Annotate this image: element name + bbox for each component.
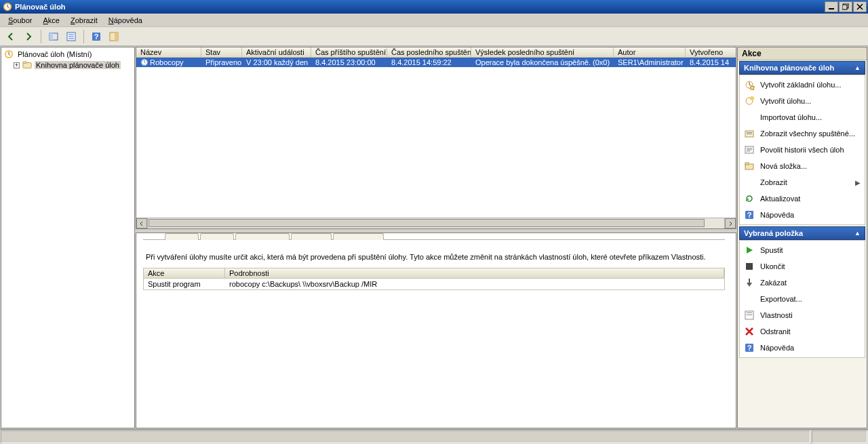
svg-rect-20 — [747, 132, 752, 133]
import-icon — [744, 112, 755, 123]
action-run[interactable]: Spustit — [740, 242, 865, 258]
col-details[interactable]: Podrobnosti — [225, 268, 724, 278]
action-refresh[interactable]: Aktualizovat — [740, 190, 865, 207]
action-help-selected[interactable]: ? Nápověda — [740, 340, 865, 356]
col-created[interactable]: Vytvořeno — [686, 47, 736, 57]
help-icon: ? — [744, 342, 755, 353]
cell-triggers: V 23:00 každý den — [242, 58, 311, 67]
refresh-icon — [744, 193, 755, 204]
cell-next-run: 8.4.2015 23:00:00 — [311, 58, 387, 67]
detail-pane: Při vytváření úlohy musíte určit akci, k… — [136, 233, 736, 428]
tab-stub[interactable] — [291, 233, 332, 240]
col-state[interactable]: Stav — [201, 47, 242, 57]
menu-file[interactable]: Soubor — [3, 15, 37, 26]
action-show-running[interactable]: Zobrazit všechny spuštěné... — [740, 125, 865, 142]
svg-rect-16 — [750, 86, 754, 90]
stop-icon — [744, 261, 755, 272]
col-next-run[interactable]: Čas příštího spuštění — [311, 47, 387, 57]
action-new-folder[interactable]: Nová složka... — [740, 158, 865, 174]
svg-rect-24 — [745, 163, 749, 165]
col-last-run[interactable]: Čas posledního spuštění — [387, 47, 471, 57]
col-triggers[interactable]: Aktivační události — [242, 47, 311, 57]
action-create-basic-task[interactable]: Vytvořit základní úlohu... — [740, 77, 865, 93]
toolbar: ? — [0, 27, 868, 46]
tab-stub[interactable] — [235, 233, 290, 240]
forward-button[interactable] — [20, 28, 37, 45]
cell-author: SER1\Administrator — [614, 58, 686, 67]
action-properties[interactable]: Vlastnosti — [740, 307, 865, 323]
action-import-task[interactable]: Importovat úlohu... — [740, 109, 865, 125]
expander-icon[interactable]: + — [14, 62, 20, 68]
cell-created: 8.4.2015 14 — [686, 58, 736, 67]
window-title: Plánovač úloh — [15, 3, 66, 11]
col-author[interactable]: Autor — [614, 47, 686, 57]
action-create-task[interactable]: Vytvořit úlohu... — [740, 93, 865, 109]
properties-icon — [744, 310, 755, 321]
cell-last-run: 8.4.2015 14:59:22 — [387, 58, 471, 67]
actions-table: Akce Podrobnosti Spustit program robocop… — [143, 268, 725, 290]
svg-text:?: ? — [747, 211, 752, 219]
export-list-button[interactable] — [63, 28, 79, 45]
svg-rect-1 — [829, 8, 834, 9]
action-help[interactable]: ? Nápověda — [740, 207, 865, 223]
grid-header: Název Stav Aktivační události Čas příští… — [136, 47, 736, 58]
action-row[interactable]: Spustit program robocopy c:\Backups\ \\v… — [144, 279, 724, 289]
app-icon — [3, 2, 12, 12]
col-last-result[interactable]: Výsledek posledního spuštění — [471, 47, 614, 57]
menu-bar: Soubor Akce Zobrazit Nápověda — [0, 14, 868, 27]
tree-root-label: Plánovač úloh (Místní) — [16, 50, 93, 58]
col-action[interactable]: Akce — [144, 268, 225, 278]
tab-stub[interactable] — [200, 233, 234, 240]
cell-details: robocopy c:\Backups\ \\vboxsrv\Backup /M… — [225, 279, 724, 289]
cell-last-result: Operace byla dokončena úspěšně. (0x0) — [471, 58, 614, 67]
scroll-thumb[interactable] — [149, 219, 705, 227]
tree-library[interactable]: + Knihovna plánovače úloh — [1, 60, 134, 70]
back-button[interactable] — [3, 28, 19, 45]
menu-action[interactable]: Akce — [37, 15, 64, 26]
collapse-icon: ▲ — [854, 64, 861, 71]
col-name[interactable]: Název — [136, 47, 201, 57]
chevron-right-icon: ▶ — [855, 179, 861, 186]
action-view[interactable]: Zobrazit ▶ — [740, 174, 865, 190]
scroll-left-icon[interactable] — [136, 218, 147, 228]
running-tasks-icon — [744, 128, 755, 139]
collapse-icon: ▲ — [854, 230, 861, 237]
scope-button[interactable] — [45, 28, 62, 45]
tab-stub[interactable] — [165, 233, 199, 240]
svg-text:?: ? — [94, 33, 99, 41]
folder-icon — [744, 161, 755, 171]
task-list: Název Stav Aktivační události Čas příští… — [136, 47, 736, 229]
new-task-icon — [744, 96, 755, 106]
tree-pane: Plánovač úloh (Místní) + Knihovna plánov… — [1, 47, 135, 428]
menu-view[interactable]: Zobrazit — [65, 15, 103, 26]
library-icon — [22, 60, 32, 70]
task-row[interactable]: Robocopy Připraveno V 23:00 každý den 8.… — [136, 58, 736, 67]
scroll-right-icon[interactable] — [725, 218, 736, 228]
action-disable[interactable]: Zakázat — [740, 275, 865, 291]
history-icon — [744, 144, 755, 155]
svg-rect-10 — [115, 33, 118, 41]
help-button[interactable]: ? — [88, 28, 104, 45]
svg-rect-5 — [50, 33, 53, 40]
action-group-selected[interactable]: Vybraná položka ▲ — [739, 226, 865, 240]
svg-rect-27 — [746, 263, 753, 270]
action-end[interactable]: Ukončit — [740, 258, 865, 275]
action-group-library[interactable]: Knihovna plánovače úloh ▲ — [739, 61, 865, 75]
close-button[interactable] — [853, 1, 867, 12]
disable-icon — [744, 277, 755, 288]
action-delete[interactable]: Odstranit — [740, 323, 865, 340]
minimize-button[interactable] — [825, 1, 838, 12]
action-enable-history[interactable]: Povolit historii všech úloh — [740, 142, 865, 158]
action-export[interactable]: Exportovat... — [740, 291, 865, 307]
actions-pane-toggle[interactable] — [106, 28, 122, 45]
actions-pane: Akce Knihovna plánovače úloh ▲ Vytvořit … — [737, 47, 867, 428]
detail-description: Při vytváření úlohy musíte určit akci, k… — [146, 252, 722, 262]
horizontal-scrollbar[interactable] — [136, 218, 736, 228]
wizard-icon — [744, 79, 755, 90]
tab-stub[interactable] — [333, 233, 384, 240]
tree-root[interactable]: Plánovač úloh (Místní) — [1, 49, 134, 60]
menu-help[interactable]: Nápověda — [103, 15, 148, 26]
restore-button[interactable] — [839, 1, 852, 12]
svg-point-18 — [750, 96, 754, 100]
cell-state: Připraveno — [201, 58, 242, 67]
